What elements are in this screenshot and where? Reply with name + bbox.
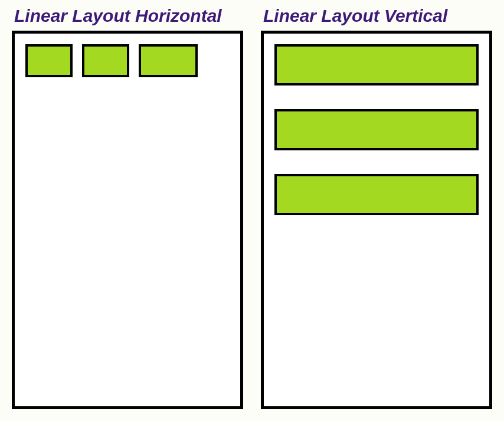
vertical-block bbox=[274, 44, 479, 85]
vertical-container bbox=[261, 31, 492, 409]
vertical-title: Linear Layout Vertical bbox=[261, 6, 492, 26]
vertical-block bbox=[274, 109, 479, 150]
vertical-block bbox=[274, 174, 479, 215]
horizontal-block bbox=[25, 44, 73, 77]
horizontal-block bbox=[82, 44, 129, 77]
horizontal-container bbox=[12, 31, 243, 409]
horizontal-title: Linear Layout Horizontal bbox=[12, 6, 243, 26]
vertical-layout-panel: Linear Layout Vertical bbox=[261, 6, 492, 409]
horizontal-block bbox=[139, 44, 198, 77]
horizontal-layout-panel: Linear Layout Horizontal bbox=[12, 6, 243, 409]
